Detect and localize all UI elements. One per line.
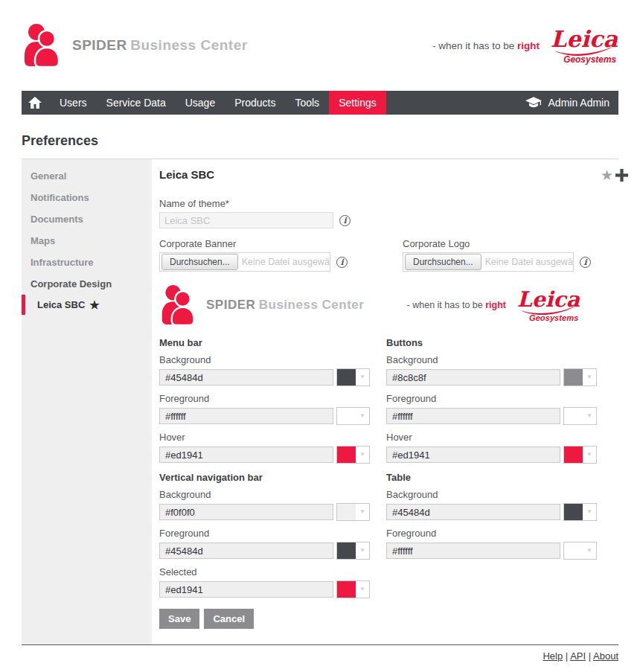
color-picker-dropdown[interactable]: ▼ bbox=[336, 580, 370, 598]
preferences-panel: General Notifications Documents Maps Inf… bbox=[22, 159, 618, 644]
nav-item-settings[interactable]: Settings bbox=[329, 91, 386, 115]
color-field: Selected ▼ bbox=[159, 566, 370, 598]
color-swatch bbox=[564, 408, 583, 424]
chevron-down-icon: ▼ bbox=[583, 374, 596, 380]
color-hex-input[interactable] bbox=[386, 447, 560, 463]
field-label: Corporate Banner bbox=[159, 238, 386, 249]
cancel-button[interactable]: Cancel bbox=[204, 609, 254, 629]
field-label: Hover bbox=[159, 432, 370, 443]
chevron-down-icon: ▼ bbox=[356, 509, 369, 515]
name-of-theme-field: Name of theme* i bbox=[159, 198, 630, 228]
browse-button[interactable]: Durchsuchen... bbox=[161, 254, 238, 270]
head-icons: ★ bbox=[601, 168, 628, 182]
favorite-star-icon[interactable]: ★ bbox=[601, 168, 613, 182]
home-icon[interactable] bbox=[22, 91, 50, 115]
color-picker-dropdown[interactable]: ▼ bbox=[336, 407, 370, 425]
nav-user[interactable]: Admin Admin bbox=[525, 91, 618, 115]
chevron-down-icon: ▼ bbox=[356, 586, 369, 592]
info-icon[interactable]: i bbox=[339, 215, 351, 226]
color-picker-dropdown[interactable]: ▼ bbox=[563, 446, 597, 464]
file-status: Keine Datei ausgewä bbox=[242, 257, 330, 267]
nav-item-usage[interactable]: Usage bbox=[176, 91, 225, 115]
footer: Help | API | About bbox=[22, 644, 618, 662]
spider-brand: SPIDER Business Center bbox=[22, 23, 248, 68]
top-header: SPIDER Business Center - when it has to … bbox=[22, 0, 618, 91]
api-link[interactable]: API bbox=[570, 650, 586, 662]
color-hex-input[interactable] bbox=[159, 543, 333, 559]
banner-preview: SPIDER Business Center - when it has to … bbox=[159, 284, 580, 326]
banner-file-input[interactable]: Durchsuchen... Keine Datei ausgewä bbox=[159, 252, 330, 272]
nav-item-service-data[interactable]: Service Data bbox=[97, 91, 176, 115]
color-field: Foreground ▼ bbox=[386, 393, 597, 425]
color-picker-dropdown[interactable]: ▼ bbox=[563, 503, 597, 521]
color-hex-input[interactable] bbox=[159, 447, 333, 463]
color-swatch bbox=[564, 504, 583, 520]
leica-geosystems-logo: Leica Geosystems bbox=[550, 26, 618, 65]
sidebar-item-corporate-design[interactable]: Corporate Design bbox=[22, 273, 152, 295]
color-swatch bbox=[564, 543, 583, 559]
help-link[interactable]: Help bbox=[543, 650, 563, 662]
color-hex-input[interactable] bbox=[386, 408, 560, 424]
color-field: Foreground ▼ bbox=[159, 528, 370, 560]
field-label: Selected bbox=[159, 566, 370, 577]
preview-tagline: - when it has to be right bbox=[407, 300, 506, 310]
color-hex-input[interactable] bbox=[159, 369, 333, 385]
brand-suffix: Business Center bbox=[259, 298, 365, 312]
info-icon[interactable]: i bbox=[580, 257, 591, 268]
chevron-down-icon: ▼ bbox=[356, 374, 369, 380]
color-picker-dropdown[interactable]: ▼ bbox=[336, 542, 370, 560]
field-label: Foreground bbox=[159, 528, 370, 539]
field-label: Name of theme* bbox=[159, 198, 630, 209]
graduation-cap-icon bbox=[525, 97, 542, 109]
tagline-text: - when it has to be bbox=[407, 300, 483, 310]
color-hex-input[interactable] bbox=[386, 543, 560, 559]
color-picker-dropdown[interactable]: ▼ bbox=[336, 368, 370, 386]
nav-item-products[interactable]: Products bbox=[225, 91, 285, 115]
sidebar-item-infrastructure[interactable]: Infrastructure bbox=[22, 252, 152, 273]
section-title-vertical-nav: Vertical navigation bar bbox=[159, 472, 370, 483]
color-swatch bbox=[337, 369, 356, 385]
field-label: Hover bbox=[386, 432, 597, 443]
chevron-down-icon: ▼ bbox=[583, 452, 596, 458]
color-picker-dropdown[interactable]: ▼ bbox=[563, 407, 597, 425]
separator: | bbox=[566, 650, 568, 662]
color-swatch bbox=[337, 581, 356, 598]
brand-suffix: Business Center bbox=[130, 37, 247, 53]
browse-button[interactable]: Durchsuchen... bbox=[405, 254, 481, 270]
add-theme-button[interactable] bbox=[615, 169, 628, 182]
color-field: Background ▼ bbox=[386, 489, 597, 521]
sidebar-item-documents[interactable]: Documents bbox=[22, 208, 152, 230]
sidebar-subitem-leica-sbc[interactable]: Leica SBC ★ bbox=[22, 295, 152, 315]
about-link[interactable]: About bbox=[593, 650, 618, 662]
color-field: Background ▼ bbox=[386, 354, 597, 386]
field-label: Background bbox=[386, 354, 597, 365]
color-hex-input[interactable] bbox=[386, 369, 560, 385]
color-hex-input[interactable] bbox=[159, 408, 333, 424]
nav-item-tools[interactable]: Tools bbox=[285, 91, 329, 115]
svg-text:Leica: Leica bbox=[551, 26, 618, 52]
color-hex-input[interactable] bbox=[386, 504, 560, 520]
user-name: Admin Admin bbox=[548, 97, 609, 109]
color-hex-input[interactable] bbox=[159, 581, 333, 598]
color-picker-dropdown[interactable]: ▼ bbox=[563, 368, 597, 386]
brand-name: SPIDER bbox=[72, 37, 127, 53]
page-title: Preferences bbox=[22, 133, 618, 149]
save-button[interactable]: Save bbox=[159, 609, 199, 629]
color-picker-dropdown[interactable]: ▼ bbox=[563, 542, 597, 560]
field-label: Background bbox=[386, 489, 597, 500]
tagline-text: - when it has to be bbox=[432, 40, 514, 51]
sidebar-item-notifications[interactable]: Notifications bbox=[22, 187, 152, 208]
nav-item-users[interactable]: Users bbox=[50, 91, 97, 115]
chevron-down-icon: ▼ bbox=[356, 452, 369, 458]
logo-file-input[interactable]: Durchsuchen... Keine Datei ausgewä bbox=[403, 252, 574, 272]
section-title-buttons: Buttons bbox=[386, 337, 597, 348]
theme-name-input[interactable] bbox=[159, 212, 333, 228]
color-hex-input[interactable] bbox=[159, 504, 333, 520]
sidebar-item-general[interactable]: General bbox=[22, 165, 152, 187]
right-column: Buttons Background ▼ Foreground bbox=[386, 329, 597, 629]
color-picker-dropdown[interactable]: ▼ bbox=[336, 503, 370, 521]
info-icon[interactable]: i bbox=[336, 257, 348, 268]
sidebar-item-maps[interactable]: Maps bbox=[22, 230, 152, 252]
section-title-table: Table bbox=[386, 472, 597, 483]
color-picker-dropdown[interactable]: ▼ bbox=[336, 446, 370, 464]
